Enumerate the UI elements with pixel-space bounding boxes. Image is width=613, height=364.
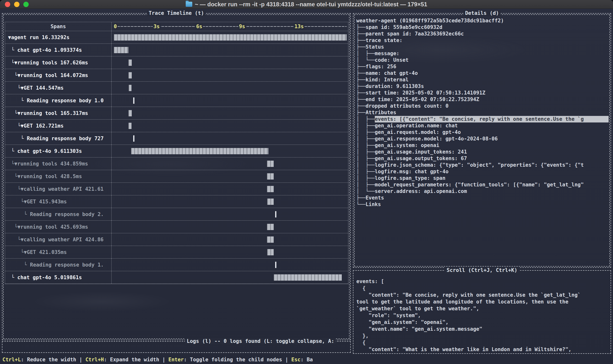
span-label-cell: └ chat gpt-4o 9.611303s <box>5 145 111 157</box>
detail-node[interactable]: │ ├──gen_ai.operation.name: chat <box>356 122 609 129</box>
span-row[interactable]: └▼GET 162.721ms <box>5 119 348 132</box>
detail-node[interactable]: weather-agent (01968ff972a5b53cede738dc9… <box>356 17 609 24</box>
window-title: ~ — docker run --rm -it -p 4318:4318 --n… <box>186 1 427 8</box>
terminal-content: Trace Timeline (t) Spans 03s6s9s13s ▼age… <box>0 9 613 364</box>
span-bar-track <box>114 157 347 170</box>
detail-node[interactable]: └──Links <box>356 201 609 208</box>
detail-node-text: gen_ai.system: openai <box>375 142 440 149</box>
detail-node[interactable]: ├──name: chat gpt-4o <box>356 70 609 77</box>
span-duration-bar <box>128 72 131 78</box>
span-row[interactable]: └▼GET 415.943ms <box>5 195 348 208</box>
detail-node[interactable]: │ └──code: Unset <box>356 57 609 64</box>
span-label-cell: └ Reading response body 727 <box>5 132 111 144</box>
span-bar-cell <box>111 44 348 56</box>
detail-node[interactable]: │ ├──gen_ai.usage.output_tokens: 67 <box>356 155 609 162</box>
detail-node[interactable]: │ ├──events: [{"content": "Be concise, r… <box>356 116 609 122</box>
detail-node[interactable]: ├──Status <box>356 44 609 50</box>
span-row[interactable]: └▼running tool 164.072ms <box>5 69 348 82</box>
logs-panel[interactable]: Logs (l) -- 0 logs found (L: toggle coll… <box>2 341 351 353</box>
scroll-panel[interactable]: Scroll (Ctrl+J, Ctrl+K) events: [ { "con… <box>353 270 611 354</box>
span-bar-track <box>114 246 347 258</box>
span-row[interactable]: └▼GET 421.035ms <box>5 246 348 259</box>
detail-node[interactable]: │ ├──model_request_parameters: {"functio… <box>356 182 609 188</box>
detail-node[interactable]: ├──dropped attributes count: 0 <box>356 103 609 109</box>
detail-node[interactable]: ├──duration: 9.611303s <box>356 83 609 90</box>
details-panel[interactable]: Details (d) weather-agent (01968ff972a5b… <box>353 13 611 268</box>
span-duration-bar <box>128 123 131 129</box>
detail-node[interactable]: │ ├──logfire.msg: chat gpt-4o <box>356 169 609 175</box>
span-row[interactable]: └▼running tool 425.693ms <box>5 221 348 233</box>
span-row[interactable]: └▼running tool 428.5ms <box>5 170 348 183</box>
span-duration-bar <box>114 34 347 40</box>
span-label-cell: └▼running tools 434.859ms <box>5 157 111 170</box>
span-bar-track <box>114 233 347 246</box>
tree-branch-glyph: │ ├── <box>356 162 375 169</box>
detail-node[interactable]: │ ├──logfire.json_schema: {"type": "obje… <box>356 162 609 169</box>
tree-branch-glyph: ├── <box>356 31 365 37</box>
detail-node[interactable]: ├──Attributes <box>356 109 609 116</box>
span-row[interactable]: └▼GET 144.547ms <box>5 82 348 94</box>
span-row[interactable]: └▼running tools 434.859ms <box>5 157 348 170</box>
status-bar: Ctrl+L: Reduce the width | Ctrl+H: Expan… <box>2 356 351 364</box>
detail-node-text: gen_ai.usage.output_tokens: 67 <box>375 155 467 162</box>
shortcut-action: : Reduce the width | <box>21 357 86 363</box>
scroll-line: "role": "system", <box>356 312 609 319</box>
span-bar-cell <box>111 145 348 157</box>
span-row[interactable]: ▼agent run 16.33292s <box>5 31 348 44</box>
scroll-body[interactable]: events: [ { "content": "Be concise, repl… <box>356 278 609 353</box>
span-bar-track <box>114 82 347 94</box>
detail-node[interactable]: │ └──server.address: api.openai.com <box>356 188 609 195</box>
span-duration-bar <box>267 161 274 167</box>
detail-node[interactable]: ├──trace state: <box>356 37 609 44</box>
detail-node[interactable]: ├──end time: 2025-05-02 07:50:22.752394Z <box>356 96 609 103</box>
detail-node-text: end time: 2025-05-02 07:50:22.752394Z <box>365 96 479 103</box>
detail-node[interactable]: │ ├──gen_ai.usage.input_tokens: 241 <box>356 149 609 155</box>
detail-node[interactable]: ├──flags: 256 <box>356 64 609 70</box>
span-row[interactable]: └ Reading response body 2. <box>5 208 348 221</box>
details-tree[interactable]: weather-agent (01968ff972a5b53cede738dc9… <box>356 17 609 208</box>
detail-node-text: gen_ai.request.model: gpt-4o <box>375 129 461 136</box>
span-row[interactable]: └ Reading response body 727 <box>5 132 348 145</box>
span-label-cell: └▼GET 162.721ms <box>5 119 111 132</box>
detail-node[interactable]: ├──kind: Internal <box>356 77 609 83</box>
trace-timeline-panel[interactable]: Trace Timeline (t) Spans 03s6s9s13s ▼age… <box>2 13 351 340</box>
detail-node-text: gen_ai.usage.input_tokens: 241 <box>375 149 467 155</box>
detail-node[interactable]: │ ├──message: <box>356 50 609 57</box>
span-row[interactable]: └▼running tools 167.626ms <box>5 56 348 69</box>
span-row[interactable]: └ chat gpt-4o 5.019861s <box>5 271 348 284</box>
titlebar[interactable]: ~ — docker run --rm -it -p 4318:4318 --n… <box>0 0 613 9</box>
scroll-line: tool to get the latitude and longitude o… <box>356 299 609 305</box>
span-row[interactable]: └ chat gpt-4o 9.611303s <box>5 145 348 157</box>
detail-node[interactable]: │ ├──gen_ai.request.model: gpt-4o <box>356 129 609 136</box>
scroll-line: "content": "What is the weather like in … <box>356 346 609 353</box>
span-duration-bar <box>114 47 128 53</box>
span-row[interactable]: └ Reading response body 1. <box>5 259 348 271</box>
minimize-button[interactable] <box>14 2 19 7</box>
span-row[interactable]: └▼calling weather API 424.86 <box>5 233 348 246</box>
detail-node[interactable]: ├──span id: 559ab5e9cc60932d <box>356 24 609 31</box>
tree-branch-glyph: │ ├── <box>356 116 375 122</box>
detail-node[interactable]: ├──parent span id: 7aa32363692ec66c <box>356 31 609 37</box>
detail-node[interactable]: │ ├──gen_ai.response.model: gpt-4o-2024-… <box>356 136 609 142</box>
span-label: └▼running tools 434.859ms <box>5 161 88 167</box>
detail-node[interactable]: ├──Events <box>356 195 609 201</box>
tree-branch-glyph: │ ├── <box>356 129 375 136</box>
detail-node[interactable]: ├──start time: 2025-05-02 07:50:13.14109… <box>356 90 609 96</box>
span-row[interactable]: └▼calling weather API 421.61 <box>5 183 348 195</box>
scroll-line: `get_weather` tool to get the weather.", <box>356 305 609 312</box>
span-duration-bar <box>131 148 268 154</box>
span-bar-cell <box>111 183 348 195</box>
span-row[interactable]: └ chat gpt-4o 1.093374s <box>5 44 348 56</box>
shortcut-key: Enter <box>169 357 184 363</box>
span-bar-track <box>114 183 347 195</box>
scroll-line: }, <box>356 332 609 339</box>
span-row[interactable]: └▼running tool 165.317ms <box>5 107 348 119</box>
span-row[interactable]: └ Reading response body 1.0 <box>5 94 348 107</box>
zoom-button[interactable] <box>23 2 29 7</box>
detail-node[interactable]: │ ├──gen_ai.system: openai <box>356 142 609 149</box>
span-label-cell: └ chat gpt-4o 5.019861s <box>5 271 111 284</box>
close-button[interactable] <box>5 2 10 7</box>
detail-node[interactable]: │ ├──logfire.span_type: span <box>356 175 609 182</box>
span-duration-bar <box>267 236 274 243</box>
span-duration-bar <box>133 135 134 142</box>
